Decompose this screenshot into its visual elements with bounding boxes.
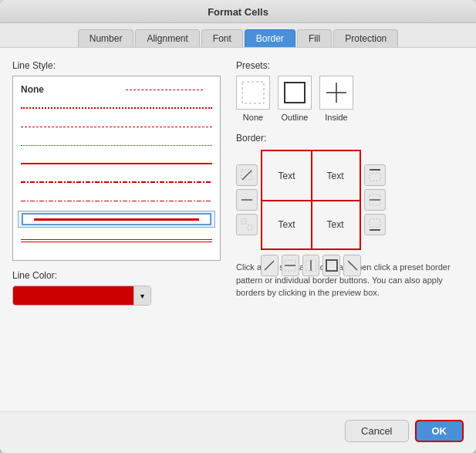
selected-preview [22, 213, 211, 225]
thick-line [34, 218, 199, 221]
cell-tr-text: Text [326, 171, 343, 181]
preset-inside-label: Inside [325, 113, 347, 122]
border-area: Text Text Text Text [236, 150, 464, 250]
border-btn-left-bottom[interactable] [236, 214, 258, 235]
diag-bwd-icon [346, 259, 359, 272]
ok-button[interactable]: OK [415, 420, 464, 442]
right-border-buttons [364, 164, 386, 235]
border-btn-top[interactable] [364, 164, 386, 186]
style-double[interactable] [18, 232, 215, 249]
style-dotted-thin[interactable] [18, 137, 215, 154]
outer-icon [326, 259, 338, 272]
color-swatch [13, 286, 133, 305]
tabs-bar: Number Alignment Font Border Fill Protec… [0, 23, 476, 48]
border-preview: Text Text Text Text [261, 150, 361, 250]
color-dropdown[interactable]: ▾ [12, 286, 151, 306]
cancel-button[interactable]: Cancel [345, 420, 408, 442]
svg-rect-16 [370, 173, 380, 181]
cell-tl-text: Text [278, 171, 295, 181]
footer: Cancel OK [0, 411, 476, 453]
style-thick-solid[interactable] [18, 211, 215, 228]
style-dashed-thin[interactable] [18, 118, 215, 135]
border-btn-diag-fwd[interactable] [261, 255, 279, 276]
cell-top-left: Text [262, 151, 311, 200]
border-btn-inner-h[interactable] [282, 255, 299, 276]
line-style-box: None [12, 76, 221, 261]
color-row: ▾ [12, 286, 221, 306]
border-preview-container[interactable]: Text Text Text Text [261, 150, 361, 250]
cell-br-text: Text [326, 219, 343, 230]
color-dropdown-arrow[interactable]: ▾ [133, 286, 150, 305]
svg-line-15 [348, 261, 357, 270]
presets-row: None Outline [236, 76, 464, 122]
dotted-red-preview [21, 102, 212, 114]
svg-rect-7 [241, 219, 246, 224]
border-btn-diag-bwd[interactable] [343, 255, 361, 276]
dialog-title: Format Cells [208, 6, 268, 18]
preset-inside[interactable]: Inside [319, 76, 353, 122]
svg-rect-14 [326, 260, 337, 271]
border-btn-bottom[interactable] [364, 214, 386, 235]
tab-fill[interactable]: Fill [297, 29, 332, 47]
top-left-icon [241, 169, 253, 181]
style-dash-dot2[interactable] [18, 192, 215, 209]
none-label: None [21, 84, 116, 95]
preset-inside-svg [324, 80, 349, 105]
tab-alignment[interactable]: Alignment [135, 29, 199, 47]
preset-outline-svg [282, 80, 307, 105]
preset-none-icon [236, 76, 270, 110]
main-content: Line Style: None [0, 48, 476, 411]
svg-rect-20 [370, 219, 380, 227]
inner-v-icon [305, 259, 317, 272]
left-border-buttons [236, 164, 258, 235]
preset-inside-icon [319, 76, 353, 110]
double-preview [21, 235, 212, 247]
cell-bottom-right: Text [311, 200, 360, 248]
svg-line-4 [242, 171, 252, 180]
cell-bottom-left: Text [262, 200, 311, 248]
tab-protection[interactable]: Protection [333, 29, 398, 47]
bottom-border-buttons [261, 255, 361, 276]
style-none[interactable]: None [18, 81, 215, 98]
right-panel: Presets: None Outlin [236, 60, 464, 399]
border-btn-inner-v[interactable] [302, 255, 320, 276]
border-btn-top-left[interactable] [236, 164, 258, 186]
border-btn-right-mid[interactable] [364, 189, 386, 211]
presets-label: Presets: [236, 60, 464, 71]
border-btn-left-mid[interactable] [236, 189, 258, 211]
cell-top-right: Text [311, 151, 360, 200]
line-style-label: Line Style: [12, 60, 221, 71]
preset-none[interactable]: None [236, 76, 270, 122]
left-mid-icon [241, 194, 253, 206]
none-preview: None [21, 83, 212, 96]
tab-border[interactable]: Border [245, 29, 295, 47]
preset-outline[interactable]: Outline [278, 76, 312, 122]
inner-h-icon [284, 259, 296, 272]
border-section-label: Border: [236, 133, 464, 144]
svg-rect-1 [285, 83, 305, 103]
format-cells-dialog: Format Cells Number Alignment Font Borde… [0, 0, 476, 453]
dotted-thin-preview [21, 139, 212, 151]
dash-dot-preview [21, 176, 212, 188]
svg-rect-8 [248, 225, 252, 230]
left-bottom-icon [241, 218, 253, 231]
style-dash-dot[interactable] [18, 174, 215, 191]
style-solid-medium[interactable] [18, 155, 215, 172]
title-bar: Format Cells [0, 0, 476, 23]
double-line [21, 239, 212, 242]
left-panel: Line Style: None [12, 60, 221, 399]
line-color-section: Line Color: ▾ [12, 270, 221, 306]
style-dotted-red[interactable] [18, 100, 215, 117]
svg-rect-0 [242, 82, 264, 103]
tab-number[interactable]: Number [78, 29, 134, 47]
solid-medium-preview [21, 157, 212, 170]
line-color-label: Line Color: [12, 270, 221, 281]
preset-none-label: None [243, 113, 263, 122]
preset-outline-icon [278, 76, 312, 110]
dash-dot2-preview [21, 194, 212, 207]
preset-none-svg [241, 80, 265, 105]
cell-bl-text: Text [278, 219, 295, 230]
border-btn-outer[interactable] [322, 255, 340, 276]
tab-font[interactable]: Font [201, 29, 243, 47]
top-icon [369, 169, 381, 181]
